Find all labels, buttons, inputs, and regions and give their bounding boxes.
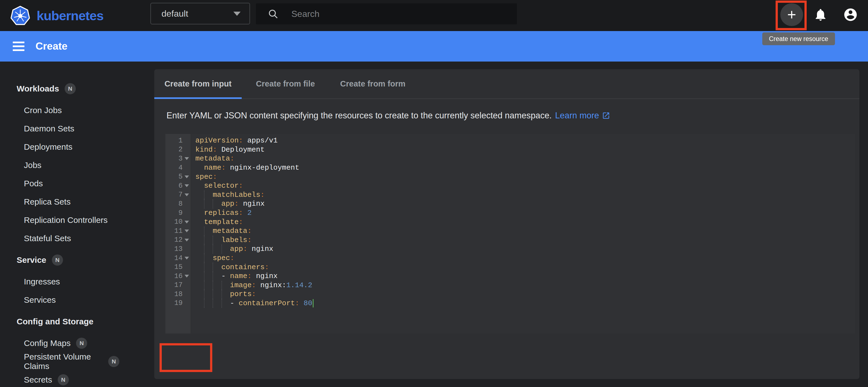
sidebar-item-deployments[interactable]: Deployments [0, 138, 119, 156]
namespaced-badge: N [52, 254, 63, 266]
namespace-selector[interactable]: default [150, 3, 250, 24]
fold-arrow-icon[interactable] [185, 257, 189, 259]
code-token: : [265, 263, 269, 271]
code-token: : [213, 145, 217, 154]
sidebar-group-config-and-storage[interactable]: Config and Storage [0, 312, 119, 331]
sidebar-item-label: Config Maps [24, 339, 70, 348]
code-line: image: nginx:1.14.2 [195, 281, 855, 290]
sidebar-item-stateful-sets[interactable]: Stateful Sets [0, 229, 119, 248]
sidebar-item-ingresses[interactable]: Ingresses [0, 273, 119, 291]
indent-guide [213, 262, 221, 272]
line-number: 11 [165, 227, 183, 235]
code-line: metadata: [195, 226, 855, 236]
tab-create-from-form[interactable]: Create from form [329, 69, 416, 98]
sidebar-group-workloads[interactable]: WorkloadsN [0, 79, 119, 98]
code-token: Deployment [217, 145, 265, 154]
code-token: - [221, 272, 230, 280]
code-token: : [252, 281, 256, 289]
code-token: labels [221, 236, 248, 244]
sidebar-group-service[interactable]: ServiceN [0, 251, 119, 269]
namespaced-badge: N [108, 356, 119, 367]
indent-spacer [195, 181, 204, 190]
indent-spacer [195, 281, 204, 290]
code-token: : [247, 272, 252, 280]
code-line: name: nginx-deployment [195, 163, 855, 172]
code-token: nginx-deployment [226, 164, 299, 172]
indent-spacer [195, 199, 204, 208]
fold-arrow-icon[interactable] [185, 175, 189, 178]
sidebar-item-secrets[interactable]: SecretsN [0, 371, 119, 387]
indent-guide [204, 226, 213, 236]
indent-guide [213, 299, 221, 308]
code-token: containerPort [239, 299, 295, 308]
learn-more-link[interactable]: Learn more [555, 111, 610, 120]
code-line: kind: Deployment [195, 145, 855, 154]
sidebar-item-pods[interactable]: Pods [0, 174, 119, 193]
indent-guide [213, 236, 221, 245]
sidebar-group-label: Workloads [17, 84, 59, 94]
code-token: ports [230, 290, 252, 298]
search-input[interactable] [291, 9, 508, 19]
code-token: name [204, 164, 221, 172]
sidebar-item-cron-jobs[interactable]: Cron Jobs [0, 101, 119, 119]
code-line: template: [195, 217, 855, 226]
search-icon [268, 8, 279, 20]
editor-line-number: 15 [165, 262, 191, 272]
sidebar-item-label: Persistent Volume Claims [24, 352, 103, 371]
code-token: : [213, 173, 217, 181]
fold-arrow-icon[interactable] [185, 194, 189, 196]
editor-line-number: 1 [165, 136, 191, 145]
sidebar-item-jobs[interactable]: Jobs [0, 156, 119, 174]
code-token: spec [195, 173, 213, 181]
fold-arrow-icon[interactable] [185, 157, 189, 160]
brand[interactable]: kubernetes [10, 0, 103, 31]
indent-guide [204, 199, 213, 208]
top-bar: kubernetes default [0, 0, 868, 31]
indent-guide [213, 199, 221, 208]
search-box[interactable] [256, 3, 517, 24]
code-token: : [247, 236, 252, 244]
sidebar-item-replica-sets[interactable]: Replica Sets [0, 193, 119, 211]
indent-guide [221, 290, 230, 299]
sidebar-item-daemon-sets[interactable]: Daemon Sets [0, 119, 119, 138]
sidebar-item-label: Daemon Sets [24, 124, 74, 133]
tab-create-from-file[interactable]: Create from file [242, 69, 329, 98]
editor-code[interactable]: apiVersion: apps/v1kind: Deploymentmetad… [191, 134, 855, 333]
fold-arrow-icon[interactable] [185, 239, 189, 242]
indent-guide [204, 254, 213, 263]
indent-guide [204, 236, 213, 245]
sidebar-item-label: Pods [24, 179, 43, 188]
code-token: spec [213, 254, 230, 262]
fold-arrow-icon[interactable] [185, 230, 189, 232]
indent-guide [213, 245, 221, 254]
editor-gutter: 12345678910111213141516171819 [165, 134, 191, 333]
sidebar-item-persistent-volume-claims[interactable]: Persistent Volume ClaimsN [0, 352, 119, 371]
code-token: kind [195, 145, 213, 154]
sidebar-item-config-maps[interactable]: Config MapsN [0, 334, 119, 352]
code-token: name [230, 272, 247, 280]
code-token: : [230, 154, 235, 163]
code-line: - name: nginx [195, 272, 855, 281]
sidebar-item-replication-controllers[interactable]: Replication Controllers [0, 211, 119, 229]
line-number: 2 [165, 145, 183, 153]
yaml-editor[interactable]: 12345678910111213141516171819 apiVersion… [165, 134, 855, 333]
code-token: containers [221, 263, 265, 271]
sidebar-item-label: Cron Jobs [24, 106, 62, 115]
menu-button[interactable] [13, 42, 24, 51]
notifications-button[interactable] [813, 7, 828, 23]
create-new-resource-button[interactable] [780, 3, 803, 26]
indent-guide [204, 290, 213, 299]
editor-line-number: 2 [165, 145, 191, 154]
code-token: nginx: [256, 281, 286, 289]
line-number: 4 [165, 164, 183, 172]
fold-arrow-icon[interactable] [185, 221, 189, 223]
tab-create-from-input[interactable]: Create from input [154, 69, 242, 98]
fold-arrow-icon[interactable] [185, 184, 189, 187]
sidebar-item-services[interactable]: Services [0, 291, 119, 309]
indent-spacer [195, 272, 204, 281]
line-number: 12 [165, 236, 183, 244]
fold-arrow-icon[interactable] [185, 275, 189, 278]
account-button[interactable] [843, 7, 858, 23]
tab-bar: Create from inputCreate from fileCreate … [154, 69, 859, 99]
indent-spacer [195, 254, 204, 263]
